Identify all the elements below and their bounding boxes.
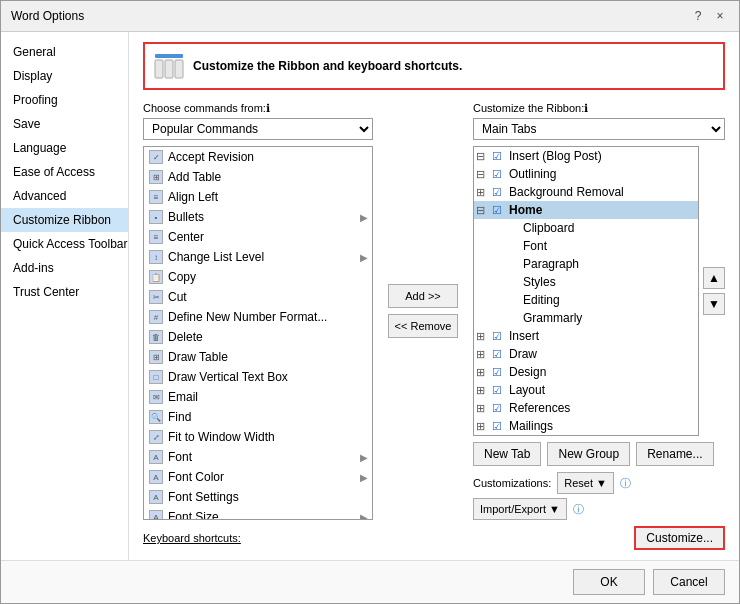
list-item[interactable]: ✉Email <box>144 387 372 407</box>
tree-item[interactable]: ⊞☑Background Removal <box>474 183 698 201</box>
new-tab-button[interactable]: New Tab <box>473 442 541 466</box>
tree-expand-icon[interactable]: ⊞ <box>476 366 490 379</box>
tree-item[interactable]: ⊞☑Mailings <box>474 417 698 435</box>
tree-item[interactable]: ⊞Editing <box>474 291 698 309</box>
tree-item[interactable]: ⊞Paragraph <box>474 255 698 273</box>
list-item[interactable]: ⊞Add Table <box>144 167 372 187</box>
tree-item-label: Insert <box>509 329 694 343</box>
sidebar-item-language[interactable]: Language <box>1 136 128 160</box>
customization-row: Customizations: Reset ▼ ⓘ <box>473 472 725 494</box>
tree-item[interactable]: ⊞☑References <box>474 399 698 417</box>
tree-expand-icon[interactable]: ⊟ <box>476 150 490 163</box>
tree-item[interactable]: ⊞☑Draw <box>474 345 698 363</box>
sidebar-item-display[interactable]: Display <box>1 64 128 88</box>
list-item[interactable]: AFont Size▶ <box>144 507 372 520</box>
help-button[interactable]: ? <box>689 7 707 25</box>
remove-button[interactable]: << Remove <box>388 314 458 338</box>
tree-item-label: Font <box>523 239 694 253</box>
command-arrow: ▶ <box>360 512 368 521</box>
sidebar-item-customize-ribbon[interactable]: Customize Ribbon <box>1 208 128 232</box>
middle-column: Add >> << Remove <box>383 102 463 520</box>
tree-item-label: Layout <box>509 383 694 397</box>
list-item[interactable]: ≡Center <box>144 227 372 247</box>
sidebar-item-ease-of-access[interactable]: Ease of Access <box>1 160 128 184</box>
list-item[interactable]: ✂Cut <box>144 287 372 307</box>
tree-item[interactable]: ⊞Grammarly <box>474 309 698 327</box>
move-down-button[interactable]: ▼ <box>703 293 725 315</box>
sidebar-item-add-ins[interactable]: Add-ins <box>1 256 128 280</box>
list-item[interactable]: ≡Align Left <box>144 187 372 207</box>
tree-expand-icon[interactable]: ⊞ <box>476 402 490 415</box>
tree-item-label: Home <box>509 203 694 217</box>
tree-item[interactable]: ⊞☑Insert <box>474 327 698 345</box>
tree-check-icon: ☑ <box>492 168 506 181</box>
list-item[interactable]: 📋Copy <box>144 267 372 287</box>
list-item[interactable]: ↕Change List Level▶ <box>144 247 372 267</box>
tree-item[interactable]: ⊞☑Review <box>474 435 698 436</box>
customize-ribbon-select[interactable]: Main TabsTool TabsAll Tabs <box>473 118 725 140</box>
command-arrow: ▶ <box>360 472 368 483</box>
tree-item[interactable]: ⊟☑Outlining <box>474 165 698 183</box>
command-icon: A <box>148 469 164 485</box>
list-item[interactable]: AFont Color▶ <box>144 467 372 487</box>
main-content: Customize the Ribbon and keyboard shortc… <box>129 32 739 560</box>
list-item[interactable]: ⊞Draw Table <box>144 347 372 367</box>
rename-button[interactable]: Rename... <box>636 442 713 466</box>
tree-expand-icon[interactable]: ⊞ <box>476 384 490 397</box>
new-group-button[interactable]: New Group <box>547 442 630 466</box>
tree-item-label: Grammarly <box>523 311 694 325</box>
list-item[interactable]: 🔍Find <box>144 407 372 427</box>
list-item[interactable]: 🗑Delete <box>144 327 372 347</box>
svg-rect-0 <box>155 54 183 58</box>
list-item[interactable]: •Bullets▶ <box>144 207 372 227</box>
command-label: Add Table <box>168 170 368 184</box>
tree-expand-icon[interactable]: ⊞ <box>476 186 490 199</box>
command-icon: ↕ <box>148 249 164 265</box>
tree-expand-icon[interactable]: ⊟ <box>476 204 490 217</box>
tree-item[interactable]: ⊞Styles <box>474 273 698 291</box>
list-item[interactable]: ⤢Fit to Window Width <box>144 427 372 447</box>
tree-item[interactable]: ⊟Font <box>474 237 698 255</box>
add-button[interactable]: Add >> <box>388 284 458 308</box>
sidebar-item-general[interactable]: General <box>1 40 128 64</box>
tree-expand-icon[interactable]: ⊞ <box>476 348 490 361</box>
tree-expand-icon[interactable]: ⊟ <box>476 168 490 181</box>
keyboard-shortcuts-customize-button[interactable]: Customize... <box>634 526 725 550</box>
tree-item-label: Clipboard <box>523 221 694 235</box>
list-item[interactable]: AFont▶ <box>144 447 372 467</box>
command-label: Copy <box>168 270 368 284</box>
tree-item[interactable]: ⊟Clipboard <box>474 219 698 237</box>
svg-rect-2 <box>165 60 173 78</box>
sidebar-item-quick-access-toolbar[interactable]: Quick Access Toolbar <box>1 232 128 256</box>
banner-text: Customize the Ribbon and keyboard shortc… <box>193 59 462 73</box>
sidebar-item-advanced[interactable]: Advanced <box>1 184 128 208</box>
tree-item[interactable]: ⊞☑Design <box>474 363 698 381</box>
sidebar-item-proofing[interactable]: Proofing <box>1 88 128 112</box>
command-label: Align Left <box>168 190 368 204</box>
sidebar-item-trust-center[interactable]: Trust Center <box>1 280 128 304</box>
sidebar-item-save[interactable]: Save <box>1 112 128 136</box>
ribbon-tree[interactable]: ⊟☑Insert (Blog Post)⊟☑Outlining⊞☑Backgro… <box>473 146 699 436</box>
move-up-button[interactable]: ▲ <box>703 267 725 289</box>
close-button[interactable]: × <box>711 7 729 25</box>
commands-list[interactable]: ✓Accept Revision⊞Add Table≡Align Left•Bu… <box>143 146 373 520</box>
command-icon: 📋 <box>148 269 164 285</box>
tree-expand-icon[interactable]: ⊞ <box>476 330 490 343</box>
list-item[interactable]: AFont Settings <box>144 487 372 507</box>
choose-commands-select[interactable]: Popular CommandsAll CommandsCommands Not… <box>143 118 373 140</box>
reset-button[interactable]: Reset ▼ <box>557 472 614 494</box>
sidebar: GeneralDisplayProofingSaveLanguageEase o… <box>1 32 129 560</box>
command-label: Center <box>168 230 368 244</box>
tree-item[interactable]: ⊞☑Layout <box>474 381 698 399</box>
import-export-button[interactable]: Import/Export ▼ <box>473 498 567 520</box>
ok-button[interactable]: OK <box>573 569 645 595</box>
command-arrow: ▶ <box>360 452 368 463</box>
tree-item[interactable]: ⊟☑Home <box>474 201 698 219</box>
customizations-label: Customizations: <box>473 477 551 489</box>
tree-expand-icon[interactable]: ⊞ <box>476 420 490 433</box>
list-item[interactable]: ✓Accept Revision <box>144 147 372 167</box>
tree-item[interactable]: ⊟☑Insert (Blog Post) <box>474 147 698 165</box>
cancel-button[interactable]: Cancel <box>653 569 725 595</box>
list-item[interactable]: #Define New Number Format... <box>144 307 372 327</box>
list-item[interactable]: □Draw Vertical Text Box <box>144 367 372 387</box>
